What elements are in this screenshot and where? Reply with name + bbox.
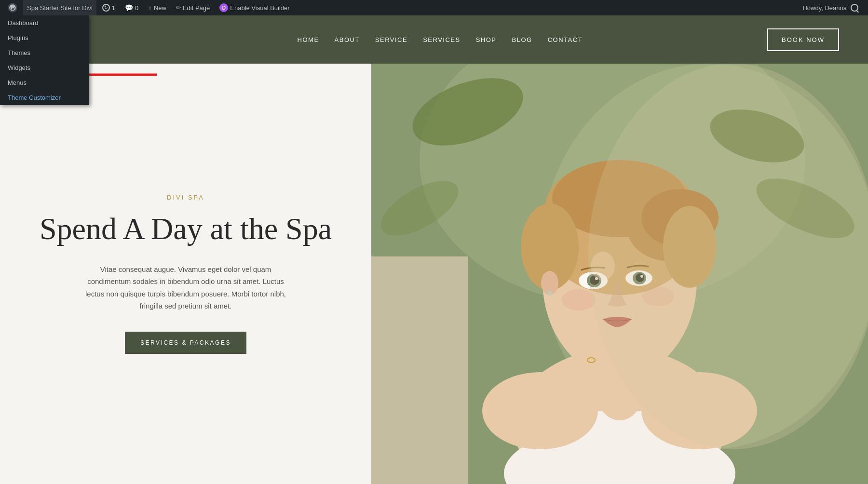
admin-bar-right: Howdy, Deanna (802, 4, 864, 12)
svg-rect-11 (371, 256, 468, 484)
book-now-button[interactable]: BOOK NOW (767, 28, 839, 51)
dropdown-menu: Dashboard Plugins Themes Widgets Menus T… (0, 15, 89, 105)
site-name-item[interactable]: Spa Starter Site for Divi (23, 0, 96, 15)
nav-service[interactable]: SERVICE (375, 36, 407, 43)
plus-icon: + (148, 4, 152, 12)
site-header: D divi HOME ABOUT SERVICE SERVICES SHOP … (0, 15, 868, 64)
main-content: DIVI SPA Spend A Day at the Spa Vitae co… (0, 64, 868, 484)
svg-point-36 (562, 289, 596, 310)
pencil-icon: ✏ (176, 4, 181, 11)
edit-page-label: Edit Page (183, 4, 210, 12)
enable-visual-builder-label: Enable Visual Builder (230, 4, 289, 12)
dropdown-widgets[interactable]: Widgets (0, 60, 89, 75)
divi-icon: D (219, 3, 228, 12)
photo-background (371, 64, 868, 484)
content-left: DIVI SPA Spend A Day at the Spa Vitae co… (0, 64, 371, 484)
admin-bar: Spa Starter Site for Divi ↻ 1 💬 0 + New … (0, 0, 868, 15)
site-name-label: Spa Starter Site for Divi (27, 4, 93, 12)
spa-subtitle: DIVI SPA (167, 194, 204, 201)
spa-description: Vitae consequat augue. Vivamus eget dolo… (84, 263, 287, 312)
site-nav: HOME ABOUT SERVICE SERVICES SHOP BLOG CO… (113, 36, 767, 43)
comment-icon: 💬 (125, 4, 133, 12)
updates-icon: ↻ (102, 4, 110, 12)
updates-item[interactable]: ↻ 1 (98, 0, 119, 15)
nav-about[interactable]: ABOUT (335, 36, 360, 43)
dropdown-themes[interactable]: Themes (0, 45, 89, 60)
nav-shop[interactable]: SHOP (476, 36, 497, 43)
services-packages-button[interactable]: SERVICES & PACKAGES (125, 332, 246, 354)
nav-services[interactable]: SERVICES (423, 36, 461, 43)
svg-point-47 (591, 252, 615, 281)
comment-count: 0 (135, 4, 138, 12)
svg-point-45 (547, 291, 552, 296)
nav-home[interactable]: HOME (298, 36, 319, 43)
new-item[interactable]: + New (144, 0, 170, 15)
edit-page-item[interactable]: ✏ Edit Page (172, 0, 214, 15)
dropdown-menus[interactable]: Menus (0, 75, 89, 90)
wp-logo-icon (8, 3, 17, 13)
spa-title: Spend A Day at the Spa (40, 211, 332, 248)
comments-item[interactable]: 💬 0 (121, 0, 142, 15)
nav-contact[interactable]: CONTACT (548, 36, 583, 43)
nav-blog[interactable]: BLOG (512, 36, 532, 43)
content-right-photo (371, 64, 868, 484)
wp-logo-item[interactable] (4, 0, 21, 15)
dropdown-plugins[interactable]: Plugins (0, 30, 89, 45)
divi-item[interactable]: D Enable Visual Builder (216, 0, 293, 15)
svg-point-46 (588, 64, 868, 449)
dropdown-dashboard[interactable]: Dashboard (0, 15, 89, 30)
greeting-label: Howdy, Deanna (802, 4, 847, 12)
dropdown-theme-customizer[interactable]: Theme Customizer (0, 90, 89, 105)
update-count: 1 (112, 4, 115, 12)
admin-search-icon[interactable] (851, 4, 858, 12)
svg-point-18 (482, 372, 598, 449)
arrow-annotation (82, 67, 159, 84)
new-label: New (154, 4, 166, 12)
